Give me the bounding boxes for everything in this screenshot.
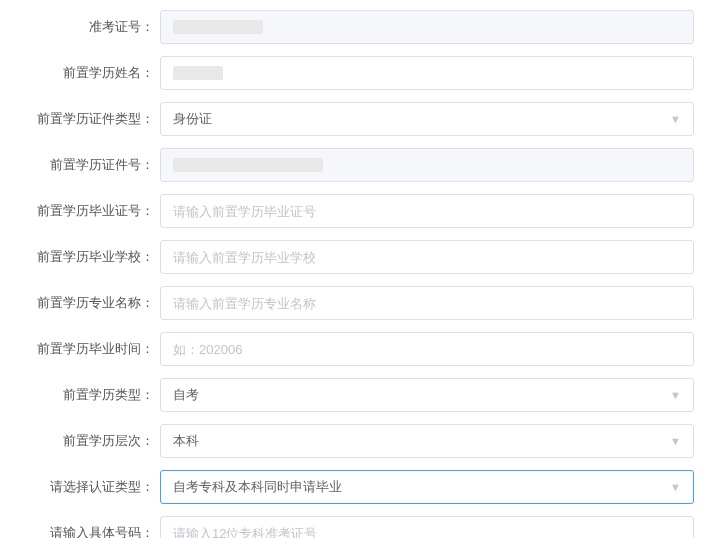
label-exam-id: 准考证号： — [15, 18, 160, 36]
row-grad-time: 前置学历毕业时间： — [15, 332, 694, 366]
input-major[interactable] — [173, 287, 681, 319]
label-grad-cert: 前置学历毕业证号： — [15, 202, 160, 220]
select-edu-level[interactable]: 本科 ▼ — [160, 424, 694, 458]
label-major: 前置学历专业名称： — [15, 294, 160, 312]
input-grad-school-wrap[interactable] — [160, 240, 694, 274]
label-verify-type: 请选择认证类型： — [15, 478, 160, 496]
label-grad-school: 前置学历毕业学校： — [15, 248, 160, 266]
label-edu-level: 前置学历层次： — [15, 432, 160, 450]
input-grad-cert[interactable] — [173, 195, 681, 227]
input-exam-id — [160, 10, 694, 44]
row-verify-type: 请选择认证类型： 自考专科及本科同时申请毕业 ▼ — [15, 470, 694, 504]
select-verify-type[interactable]: 自考专科及本科同时申请毕业 ▼ — [160, 470, 694, 504]
row-name: 前置学历姓名： — [15, 56, 694, 90]
label-grad-time: 前置学历毕业时间： — [15, 340, 160, 358]
input-specific-number[interactable] — [173, 517, 681, 538]
chevron-down-icon: ▼ — [670, 389, 681, 401]
row-specific-number: 请输入具体号码： — [15, 516, 694, 538]
input-id-number — [160, 148, 694, 182]
row-edu-type: 前置学历类型： 自考 ▼ — [15, 378, 694, 412]
chevron-down-icon: ▼ — [670, 435, 681, 447]
chevron-down-icon: ▼ — [670, 481, 681, 493]
select-edu-level-value: 本科 — [173, 432, 670, 450]
row-exam-id: 准考证号： — [15, 10, 694, 44]
input-name[interactable] — [160, 56, 694, 90]
row-grad-cert: 前置学历毕业证号： — [15, 194, 694, 228]
redacted-id-number — [173, 158, 323, 172]
input-grad-time-wrap[interactable] — [160, 332, 694, 366]
input-specific-number-wrap[interactable] — [160, 516, 694, 538]
select-edu-type[interactable]: 自考 ▼ — [160, 378, 694, 412]
input-grad-time[interactable] — [173, 333, 681, 365]
label-edu-type: 前置学历类型： — [15, 386, 160, 404]
redacted-name — [173, 66, 223, 80]
label-specific-number: 请输入具体号码： — [15, 524, 160, 538]
input-major-wrap[interactable] — [160, 286, 694, 320]
row-id-type: 前置学历证件类型： 身份证 ▼ — [15, 102, 694, 136]
label-id-type: 前置学历证件类型： — [15, 110, 160, 128]
row-major: 前置学历专业名称： — [15, 286, 694, 320]
input-grad-cert-wrap[interactable] — [160, 194, 694, 228]
select-edu-type-value: 自考 — [173, 386, 670, 404]
select-id-type[interactable]: 身份证 ▼ — [160, 102, 694, 136]
label-name: 前置学历姓名： — [15, 64, 160, 82]
label-id-number: 前置学历证件号： — [15, 156, 160, 174]
input-grad-school[interactable] — [173, 241, 681, 273]
chevron-down-icon: ▼ — [670, 113, 681, 125]
row-id-number: 前置学历证件号： — [15, 148, 694, 182]
select-id-type-value: 身份证 — [173, 110, 670, 128]
select-verify-type-value: 自考专科及本科同时申请毕业 — [173, 478, 670, 496]
redacted-exam-id — [173, 20, 263, 34]
row-grad-school: 前置学历毕业学校： — [15, 240, 694, 274]
row-edu-level: 前置学历层次： 本科 ▼ — [15, 424, 694, 458]
